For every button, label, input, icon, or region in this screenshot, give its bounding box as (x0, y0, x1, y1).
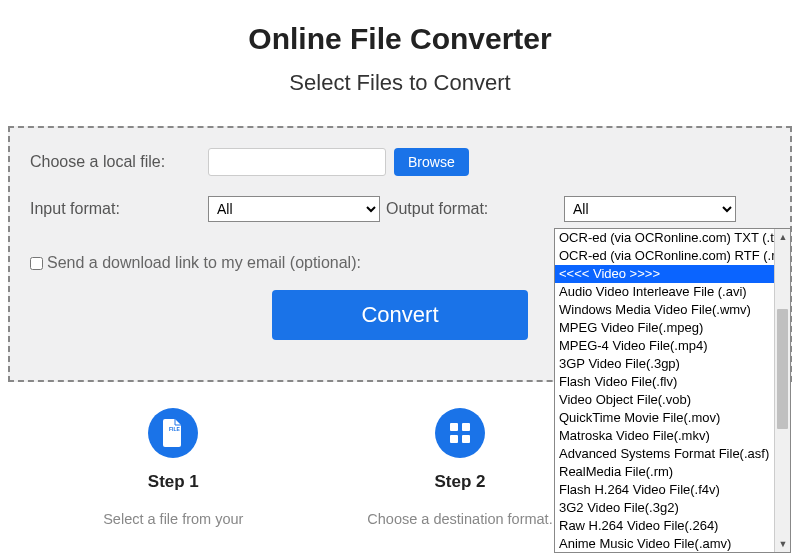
output-format-dropdown[interactable]: OCR-ed (via OCRonline.com) TXT (.txt)OCR… (554, 228, 791, 553)
step-1: FILE Step 1 Select a file from your (73, 408, 273, 529)
file-icon: FILE (148, 408, 198, 458)
file-path-input[interactable] (208, 148, 386, 176)
format-row: Input format: All Output format: All (30, 196, 770, 222)
dropdown-option[interactable]: QuickTime Movie File(.mov) (555, 409, 774, 427)
dropdown-option[interactable]: Video Object File(.vob) (555, 391, 774, 409)
scroll-down-arrow[interactable]: ▼ (775, 536, 791, 552)
dropdown-option[interactable]: Flash H.264 Video File(.f4v) (555, 481, 774, 499)
email-label: Send a download link to my email (option… (47, 254, 361, 272)
choose-file-label: Choose a local file: (30, 153, 208, 171)
svg-rect-3 (450, 435, 458, 443)
step-2-title: Step 2 (360, 472, 560, 492)
dropdown-option[interactable]: Matroska Video File(.mkv) (555, 427, 774, 445)
dropdown-option[interactable]: <<<< Video >>>> (555, 265, 774, 283)
svg-text:FILE: FILE (169, 426, 180, 432)
convert-button[interactable]: Convert (272, 290, 528, 340)
dropdown-option[interactable]: Advanced Systems Format File(.asf) (555, 445, 774, 463)
dropdown-option[interactable]: Windows Media Video File(.wmv) (555, 301, 774, 319)
dropdown-option[interactable]: MPEG Video File(.mpeg) (555, 319, 774, 337)
dropdown-option[interactable]: 3GP Video File(.3gp) (555, 355, 774, 373)
page-subtitle: Select Files to Convert (0, 70, 800, 96)
input-format-label: Input format: (30, 200, 208, 218)
output-format-select[interactable]: All (564, 196, 736, 222)
dropdown-option[interactable]: OCR-ed (via OCRonline.com) TXT (.txt) (555, 229, 774, 247)
output-format-label: Output format: (386, 200, 564, 218)
dropdown-option[interactable]: OCR-ed (via OCRonline.com) RTF (.rtf) (555, 247, 774, 265)
dropdown-option[interactable]: Flash Video File(.flv) (555, 373, 774, 391)
grid-icon (435, 408, 485, 458)
scroll-thumb[interactable] (777, 309, 788, 429)
svg-rect-4 (462, 435, 470, 443)
dropdown-option[interactable]: 3G2 Video File(.3g2) (555, 499, 774, 517)
svg-rect-2 (462, 423, 470, 431)
input-format-select[interactable]: All (208, 196, 380, 222)
step-1-desc: Select a file from your (73, 510, 273, 529)
page-title: Online File Converter (0, 22, 800, 56)
browse-button[interactable]: Browse (394, 148, 469, 176)
step-2-desc: Choose a destination format. (360, 510, 560, 529)
dropdown-option[interactable]: MPEG-4 Video File(.mp4) (555, 337, 774, 355)
dropdown-option[interactable]: RealMedia File(.rm) (555, 463, 774, 481)
step-2: Step 2 Choose a destination format. (360, 408, 560, 529)
step-1-title: Step 1 (73, 472, 273, 492)
dropdown-scrollbar[interactable]: ▲ ▼ (774, 229, 790, 552)
scroll-up-arrow[interactable]: ▲ (775, 229, 791, 245)
file-row: Choose a local file: Browse (30, 148, 770, 176)
svg-rect-1 (450, 423, 458, 431)
email-checkbox[interactable] (30, 257, 43, 270)
dropdown-option[interactable]: Raw H.264 Video File(.264) (555, 517, 774, 535)
dropdown-option[interactable]: Audio Video Interleave File (.avi) (555, 283, 774, 301)
dropdown-option[interactable]: Anime Music Video File(.amv) (555, 535, 774, 552)
